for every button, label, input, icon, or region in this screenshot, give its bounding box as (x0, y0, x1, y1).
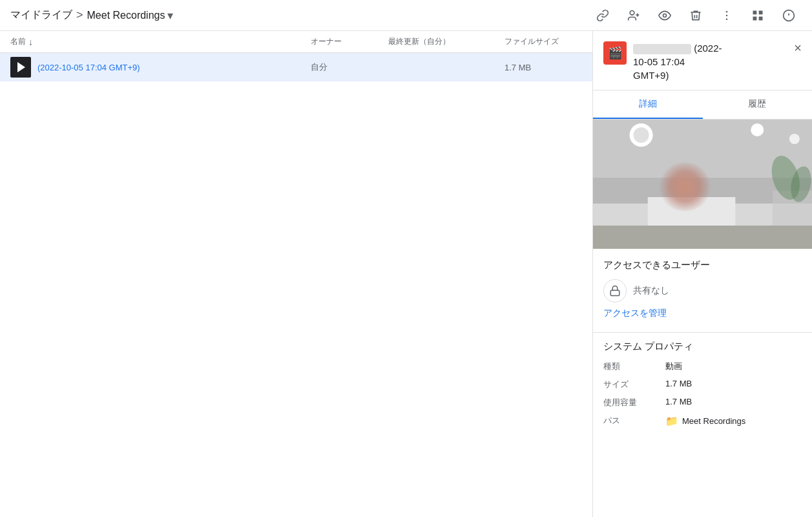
col-owner-label: オーナー (311, 36, 342, 47)
path-text: Meet Recordings (682, 416, 745, 426)
play-icon (17, 62, 25, 72)
svg-point-4 (726, 10, 728, 12)
delete-button[interactable] (683, 3, 709, 28)
preview-button[interactable] (652, 3, 678, 28)
header: マイドライブ > Meet Recordings ▾ (0, 0, 812, 31)
prop-row-usage: 使用容量 1.7 MB (603, 397, 802, 408)
more-options-button[interactable] (714, 3, 740, 28)
col-header-size[interactable]: ファイルサイズ (505, 36, 582, 47)
access-status-text: 共有なし (633, 285, 669, 297)
detail-close-button[interactable]: × (794, 41, 802, 54)
prop-value-size: 1.7 MB (665, 379, 692, 390)
svg-point-5 (726, 14, 728, 16)
prop-value-type: 動画 (665, 361, 682, 372)
prop-label-type: 種類 (603, 361, 655, 372)
breadcrumb: マイドライブ > Meet Recordings ▾ (10, 8, 173, 23)
col-size-label: ファイルサイズ (505, 36, 559, 47)
file-owner: 自分 (311, 61, 388, 73)
svg-rect-7 (753, 10, 757, 14)
detail-header: 🎬 (2022-10-05 17:04GMT+9) × (593, 31, 812, 90)
col-header-name[interactable]: 名前 ↓ (10, 36, 311, 47)
svg-rect-14 (610, 290, 619, 295)
file-list-area: 名前 ↓ オーナー 最終更新（自分） ファイルサイズ (2022-10-05 1… (0, 31, 592, 517)
tab-detail[interactable]: 詳細 (593, 90, 703, 119)
col-name-label: 名前 (10, 36, 26, 47)
file-size: 1.7 MB (505, 63, 582, 72)
svg-point-0 (630, 10, 634, 15)
manage-access-link[interactable]: アクセスを管理 (603, 308, 667, 318)
tab-history[interactable]: 履歴 (703, 90, 813, 119)
prop-value-path[interactable]: 📁 Meet Recordings (665, 415, 745, 427)
chevron-down-icon[interactable]: ▾ (167, 8, 173, 23)
svg-rect-9 (753, 16, 757, 20)
access-item: 共有なし (603, 279, 802, 302)
prop-label-size: サイズ (603, 379, 655, 390)
col-modified-label: 最終更新（自分） (388, 36, 450, 47)
prop-label-path: パス (603, 415, 655, 427)
svg-rect-10 (759, 16, 763, 20)
col-header-owner[interactable]: オーナー (311, 36, 388, 47)
prop-label-usage: 使用容量 (603, 397, 655, 408)
prop-row-path: パス 📁 Meet Recordings (603, 415, 802, 427)
preview-image[interactable] (593, 120, 812, 249)
access-section-title: アクセスできるユーザー (603, 259, 802, 271)
detail-tabs: 詳細 履歴 (593, 90, 812, 120)
copy-link-button[interactable] (590, 3, 616, 28)
file-name-cell: (2022-10-05 17:04 GMT+9) (10, 57, 311, 78)
preview-canvas (593, 120, 812, 249)
info-button[interactable] (776, 3, 802, 28)
share-button[interactable] (621, 3, 647, 28)
svg-rect-8 (759, 10, 763, 14)
access-section: アクセスできるユーザー 共有なし アクセスを管理 (593, 249, 812, 330)
detail-title: (2022-10-05 17:04GMT+9) (633, 41, 787, 82)
lock-icon (603, 279, 627, 302)
main-content: 名前 ↓ オーナー 最終更新（自分） ファイルサイズ (2022-10-05 1… (0, 31, 812, 517)
svg-point-6 (726, 18, 728, 20)
table-row[interactable]: (2022-10-05 17:04 GMT+9) 自分 1.7 MB (0, 53, 592, 81)
detail-file-icon: 🎬 (603, 41, 627, 65)
divider (593, 332, 812, 333)
system-props-section: システム プロパティ 種類 動画 サイズ 1.7 MB 使用容量 1.7 MB … (593, 341, 812, 444)
file-name[interactable]: (2022-10-05 17:04 GMT+9) (37, 63, 140, 72)
folder-icon: 📁 (665, 415, 678, 427)
col-header-modified[interactable]: 最終更新（自分） (388, 36, 505, 47)
detail-panel: 🎬 (2022-10-05 17:04GMT+9) × 詳細 履歴 アクセスでき… (592, 31, 812, 517)
file-type-icon (10, 57, 31, 78)
column-headers: 名前 ↓ オーナー 最終更新（自分） ファイルサイズ (0, 31, 592, 53)
header-actions (590, 3, 802, 28)
sort-icon: ↓ (28, 37, 33, 47)
system-props-title: システム プロパティ (603, 341, 802, 353)
grid-view-button[interactable] (745, 3, 771, 28)
breadcrumb-current-folder: Meet Recordings ▾ (87, 8, 174, 23)
prop-row-size: サイズ 1.7 MB (603, 379, 802, 390)
prop-row-type: 種類 動画 (603, 361, 802, 372)
breadcrumb-current-label: Meet Recordings (87, 10, 165, 21)
breadcrumb-separator: > (76, 8, 83, 22)
breadcrumb-my-drive[interactable]: マイドライブ (10, 8, 72, 22)
prop-value-usage: 1.7 MB (665, 397, 692, 408)
svg-point-3 (663, 14, 667, 17)
